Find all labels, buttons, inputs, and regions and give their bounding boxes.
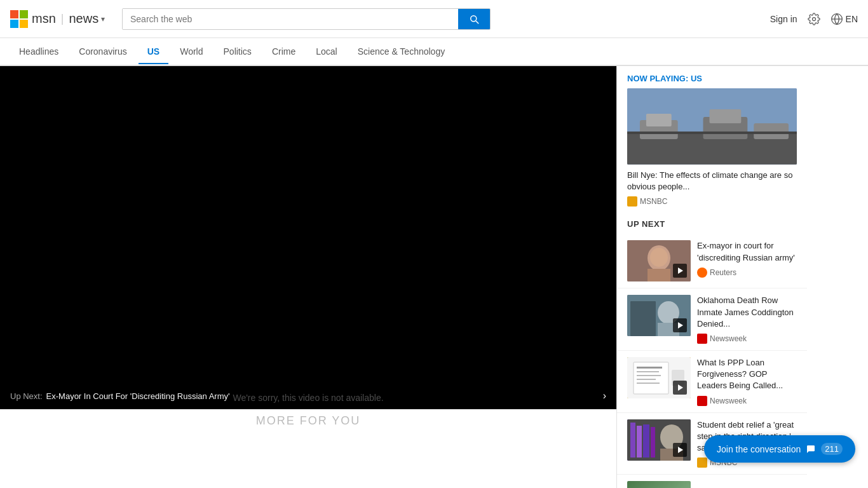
video-thumb-5 [627, 481, 691, 488]
svg-rect-2 [10, 20, 18, 28]
svg-rect-34 [643, 424, 649, 458]
msn-wordmark: msn [32, 11, 56, 26]
news-section-label[interactable]: news ▾ [69, 11, 105, 26]
msn-butterfly-icon [10, 10, 28, 28]
join-conversation-label: Join the conversation [717, 444, 801, 454]
card-2-title: Oklahoma Death Row Inmate James Coddingt… [697, 295, 797, 330]
card-3-info: What Is PPP Loan Forgiveness? GOP Leader… [697, 357, 797, 406]
sign-in-link[interactable]: Sign in [770, 14, 797, 24]
svg-rect-12 [710, 109, 742, 123]
sidebar: NOW PLAYING: US Bill Nye: The effects of… [616, 66, 807, 488]
msnbc-icon-2 [697, 458, 707, 468]
card-2-source: Newsweek [697, 334, 797, 344]
video-up-next-bar[interactable]: Up Next: Ex-Mayor In Court For 'Discredi… [0, 383, 616, 409]
nav-science-technology[interactable]: Science & Technology [349, 40, 454, 64]
card-3-source-name: Newsweek [710, 396, 747, 405]
language-selector[interactable]: EN [831, 13, 858, 25]
card-3-title: What Is PPP Loan Forgiveness? GOP Leader… [697, 357, 797, 392]
newsweek-icon-1 [697, 334, 707, 344]
svg-rect-17 [648, 269, 670, 281]
play-icon-2 [673, 318, 687, 332]
now-playing-card[interactable]: Bill Nye: The effects of climate change … [617, 88, 807, 214]
card-2-source-name: Newsweek [710, 334, 747, 343]
svg-rect-33 [637, 426, 642, 458]
svg-rect-13 [754, 123, 789, 139]
video-thumb-2 [627, 295, 691, 336]
video-thumb-1 [627, 240, 691, 281]
svg-rect-27 [637, 375, 661, 376]
msnbc-source-icon [627, 196, 637, 207]
video-section: We're sorry, this video is not available… [0, 66, 616, 488]
svg-rect-26 [637, 371, 659, 372]
svg-rect-1 [20, 10, 28, 18]
card-1-source: Reuters [697, 268, 797, 278]
more-for-you: MORE FOR YOU [0, 409, 616, 433]
up-next-card-1[interactable]: Ex-mayor in court for 'discrediting Russ… [617, 234, 807, 288]
nav-crime[interactable]: Crime [263, 40, 304, 64]
now-playing-header: NOW PLAYING: US [617, 66, 807, 88]
svg-rect-25 [637, 367, 662, 369]
now-playing-section: US [691, 74, 702, 83]
card-1-title: Ex-mayor in court for 'discrediting Russ… [697, 240, 797, 263]
nav-local[interactable]: Local [307, 40, 346, 64]
reuters-icon [697, 268, 707, 278]
svg-rect-28 [637, 379, 656, 380]
up-next-section-label: UP NEXT [617, 214, 807, 234]
video-player[interactable]: We're sorry, this video is not available… [0, 66, 616, 409]
news-dropdown-icon: ▾ [101, 15, 105, 24]
nav-coronavirus[interactable]: Coronavirus [70, 40, 135, 64]
video-thumb-3 [627, 357, 691, 398]
search-bar [122, 8, 491, 30]
header-right: Sign in EN [770, 13, 858, 25]
svg-rect-32 [630, 423, 635, 458]
play-icon-4 [673, 443, 687, 457]
comment-count: 211 [821, 443, 843, 455]
search-button[interactable] [458, 9, 490, 29]
search-input[interactable] [123, 9, 458, 29]
main-content: We're sorry, this video is not available… [0, 66, 868, 488]
up-next-label: Up Next: [10, 391, 43, 401]
svg-point-4 [812, 17, 815, 20]
msn-text: msn [32, 11, 56, 26]
join-conversation-button[interactable]: Join the conversation 211 [704, 435, 855, 463]
search-icon [468, 13, 480, 25]
now-playing-title: Bill Nye: The effects of climate change … [627, 170, 797, 193]
msn-logo[interactable]: msn [10, 10, 56, 28]
card-2-info: Oklahoma Death Row Inmate James Coddingt… [697, 295, 797, 344]
up-next-title: Ex-Mayor In Court For 'Discrediting Russ… [46, 391, 230, 401]
up-next-text: Up Next: Ex-Mayor In Court For 'Discredi… [10, 391, 229, 401]
up-next-card-5[interactable] [617, 475, 807, 488]
now-playing-source-name: MSNBC [640, 197, 667, 206]
globe-icon [831, 13, 843, 25]
logo-area: msn | news ▾ [10, 10, 112, 28]
now-playing-source: MSNBC [627, 196, 797, 207]
svg-rect-0 [10, 10, 18, 18]
card-1-info: Ex-mayor in court for 'discrediting Russ… [697, 240, 797, 281]
header: msn | news ▾ Sign in EN [0, 0, 868, 38]
settings-icon[interactable] [808, 13, 820, 25]
play-icon-1 [673, 264, 687, 278]
card-5-info [697, 481, 797, 488]
svg-rect-20 [630, 301, 656, 336]
nav-headlines[interactable]: Headlines [10, 40, 67, 64]
up-next-card-3[interactable]: What Is PPP Loan Forgiveness? GOP Leader… [617, 351, 807, 413]
language-label: EN [846, 14, 858, 24]
up-next-arrow-icon: › [603, 390, 606, 402]
nav-politics[interactable]: Politics [215, 40, 261, 64]
card-3-source: Newsweek [697, 396, 797, 406]
now-playing-label: NOW PLAYING: [627, 74, 688, 83]
newsweek-icon-2 [697, 396, 707, 406]
svg-rect-14 [627, 132, 797, 134]
svg-rect-10 [646, 114, 672, 126]
nav-world[interactable]: World [171, 40, 212, 64]
now-playing-thumbnail [627, 88, 797, 165]
svg-rect-35 [651, 427, 655, 458]
nav-bar: Headlines Coronavirus US World Politics … [0, 38, 868, 66]
divider: | [61, 12, 64, 25]
video-thumb-4 [627, 419, 691, 461]
svg-point-18 [650, 248, 668, 267]
svg-rect-29 [637, 383, 660, 384]
nav-us[interactable]: US [139, 40, 168, 64]
chat-icon [806, 444, 816, 454]
up-next-card-2[interactable]: Oklahoma Death Row Inmate James Coddingt… [617, 288, 807, 351]
